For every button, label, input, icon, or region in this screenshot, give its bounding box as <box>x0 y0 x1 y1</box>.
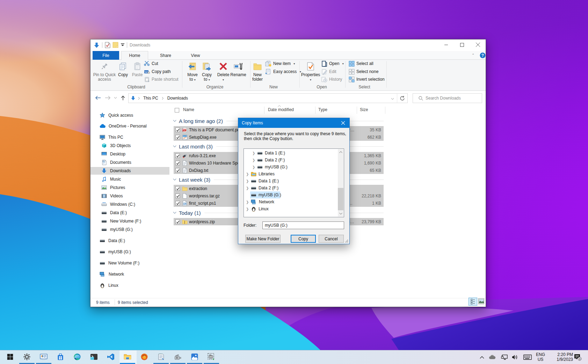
svg-text:3: 3 <box>579 357 581 361</box>
svg-text:?: ? <box>481 53 484 58</box>
svg-text:PDF: PDF <box>183 129 186 131</box>
